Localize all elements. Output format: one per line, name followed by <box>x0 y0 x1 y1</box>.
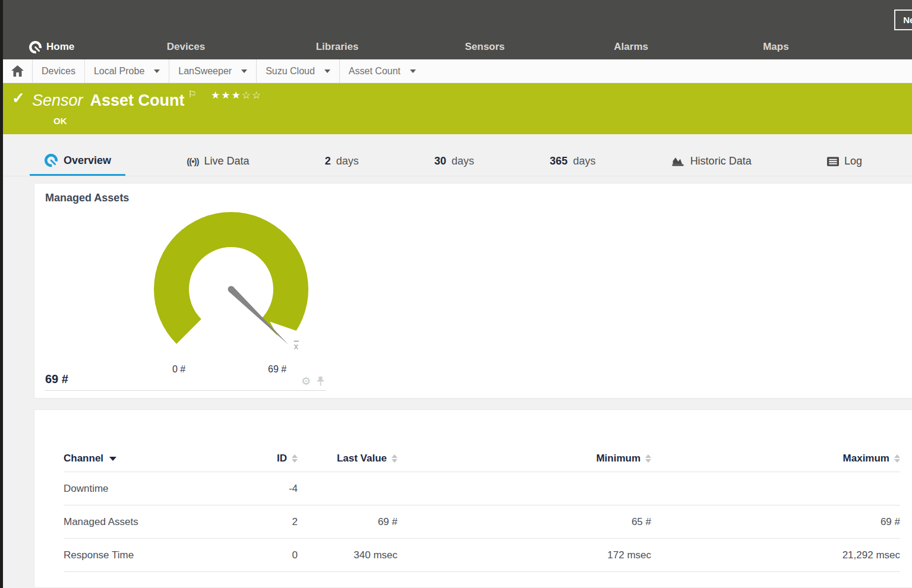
nav-label: Devices <box>167 41 205 53</box>
gauge-arc <box>154 212 308 344</box>
cell-maximum: 69 # <box>651 516 900 528</box>
cell-minimum: 172 msec <box>397 549 651 561</box>
gauge-divider <box>45 390 326 391</box>
live-data-icon: ((•)) <box>187 156 198 166</box>
column-header-minimum[interactable]: Minimum <box>397 453 651 464</box>
channel-table-panel: Channel ID Last Value Minimum Maximum Do… <box>34 409 912 588</box>
nav-item-home[interactable]: Home <box>18 40 167 54</box>
gauge-icon <box>44 153 58 167</box>
breadcrumb-label: Asset Count <box>349 66 400 77</box>
column-header-label: Maximum <box>843 453 889 464</box>
top-bar: New Home Devices Libraries Sensors Alarm… <box>0 0 912 59</box>
gauge-max-label: 69 # <box>268 364 286 375</box>
chevron-down-icon <box>410 69 416 73</box>
average-marker-label: x <box>294 341 299 351</box>
tab-30-days[interactable]: 30 days <box>420 155 488 176</box>
breadcrumb-label: LanSweeper <box>178 66 232 77</box>
channel-table: Channel ID Last Value Minimum Maximum Do… <box>34 410 912 587</box>
tab-365-days[interactable]: 365 days <box>535 155 610 176</box>
table-header-row: Channel ID Last Value Minimum Maximum <box>64 445 900 472</box>
nav-item-alarms[interactable]: Alarms <box>614 41 763 53</box>
tab-2-days[interactable]: 2 days <box>311 155 373 176</box>
main-navigation: Home Devices Libraries Sensors Alarms Ma… <box>0 34 912 59</box>
area-chart-icon <box>671 156 685 167</box>
tab-label: days <box>573 155 595 167</box>
sensor-type-label: Sensor <box>32 91 83 109</box>
window-edge-strip <box>0 0 3 588</box>
breadcrumb-label: Devices <box>42 66 75 77</box>
priority-stars[interactable]: ★★★☆☆ <box>211 90 262 101</box>
table-row-response-time[interactable]: Response Time 0 340 msec 172 msec 21,292… <box>64 538 900 571</box>
breadcrumb-label: Suzu Cloud <box>266 66 315 77</box>
nav-label: Libraries <box>316 41 359 53</box>
status-ok-check-icon: ✓ <box>12 89 25 108</box>
flag-icon[interactable]: ⚐ <box>188 89 197 99</box>
tab-number: 365 <box>550 155 567 167</box>
tab-live-data[interactable]: ((•)) Live Data <box>172 155 263 176</box>
page-title: Asset Count <box>90 91 185 109</box>
column-header-id[interactable]: ID <box>238 453 298 464</box>
cell-maximum: 21,292 msec <box>651 549 900 561</box>
gauge-min-label: 0 # <box>172 364 185 375</box>
sort-toggle-icon <box>645 454 651 463</box>
home-icon <box>11 65 24 77</box>
chevron-down-icon <box>241 69 247 73</box>
breadcrumb-label: Local Probe <box>94 66 144 77</box>
column-header-channel[interactable]: Channel <box>64 453 238 464</box>
cell-id: 2 <box>238 516 298 528</box>
tab-label: Log <box>844 155 862 167</box>
cell-id: 0 <box>238 549 298 561</box>
tab-historic-data[interactable]: Historic Data <box>657 155 766 176</box>
cell-last-value: 340 msec <box>298 549 397 561</box>
tab-label: Historic Data <box>690 155 752 167</box>
gauge-current-value: 69 # <box>45 372 68 386</box>
column-header-label: Channel <box>64 453 103 464</box>
breadcrumb: Devices Local Probe LanSweeper Suzu Clou… <box>0 59 912 83</box>
column-header-last-value[interactable]: Last Value <box>298 453 397 464</box>
gauge-panel: Managed Assets x 0 # 69 # 69 # ⚙ <box>34 183 912 399</box>
nav-item-devices[interactable]: Devices <box>167 41 316 53</box>
cell-last-value: 69 # <box>298 516 397 528</box>
tab-number: 30 <box>434 155 446 167</box>
table-row-downtime[interactable]: Downtime -4 <box>64 472 900 505</box>
nav-label: Alarms <box>614 41 648 53</box>
tab-log[interactable]: Log <box>813 155 876 176</box>
breadcrumb-item-devices[interactable]: Devices <box>33 59 85 83</box>
table-row-managed-assets[interactable]: Managed Assets 2 69 # 65 # 69 # <box>64 505 900 538</box>
status-badge: OK <box>53 116 67 126</box>
cell-channel: Managed Assets <box>64 516 238 528</box>
new-button[interactable]: New <box>894 10 912 30</box>
sensor-title-line: SensorAsset Count⚐★★★☆☆ <box>32 88 262 110</box>
gear-icon[interactable]: ⚙ <box>301 375 311 388</box>
chevron-down-icon <box>154 69 160 73</box>
tab-label: days <box>452 155 474 167</box>
table-bottom-divider <box>64 571 900 587</box>
cell-minimum: 65 # <box>397 516 651 528</box>
managed-assets-gauge: x <box>148 206 314 356</box>
tab-label: Overview <box>64 154 111 167</box>
tab-number: 2 <box>325 155 331 167</box>
tab-bar: Overview ((•)) Live Data 2 days 30 days … <box>0 134 912 176</box>
column-header-label: Minimum <box>596 453 640 464</box>
cell-id: -4 <box>238 483 298 495</box>
cell-channel: Downtime <box>64 483 238 495</box>
breadcrumb-home[interactable] <box>3 59 33 83</box>
column-header-label: ID <box>277 453 287 464</box>
pin-icon[interactable] <box>316 377 325 386</box>
breadcrumb-item-local-probe[interactable]: Local Probe <box>85 59 169 83</box>
nav-item-libraries[interactable]: Libraries <box>316 41 465 53</box>
nav-label: Maps <box>763 41 788 53</box>
gauge-title: Managed Assets <box>45 192 129 204</box>
sensor-status-banner: ✓ SensorAsset Count⚐★★★☆☆ OK <box>0 83 912 134</box>
breadcrumb-item-lansweeper[interactable]: LanSweeper <box>169 59 257 83</box>
breadcrumb-item-suzu-cloud[interactable]: Suzu Cloud <box>257 59 340 83</box>
prtg-logo-icon <box>29 40 42 54</box>
tab-label: days <box>336 155 359 167</box>
sort-toggle-icon <box>292 454 298 463</box>
column-header-maximum[interactable]: Maximum <box>651 453 900 464</box>
tab-overview[interactable]: Overview <box>30 153 125 176</box>
breadcrumb-item-asset-count[interactable]: Asset Count <box>340 59 425 83</box>
nav-item-sensors[interactable]: Sensors <box>465 41 614 53</box>
nav-item-maps[interactable]: Maps <box>763 41 912 53</box>
chevron-down-icon <box>324 69 330 73</box>
